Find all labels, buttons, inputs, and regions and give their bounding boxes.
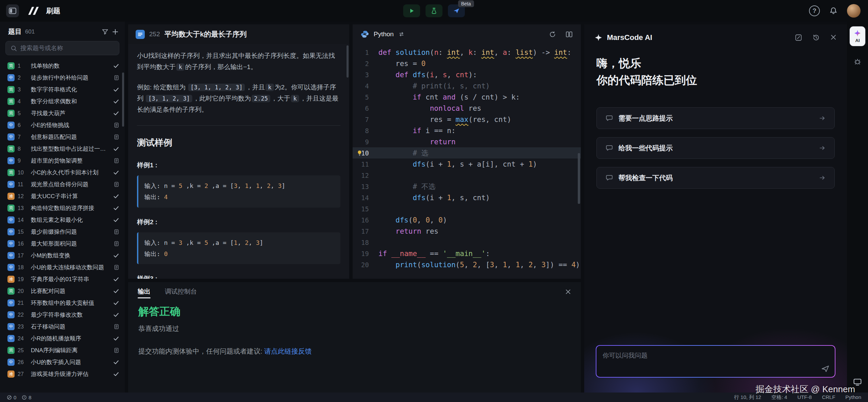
ai-input-box[interactable] (596, 345, 835, 378)
flask-icon (431, 7, 437, 14)
problem-list-item[interactable]: 简13构造特定数组的逆序拼接 (0, 202, 125, 214)
switch-language-icon[interactable] (398, 31, 405, 37)
problem-scrollbar[interactable] (347, 45, 349, 78)
problem-list: 简1找单独的数中2徒步旅行中的补给问题简3数字字符串格式化简4数字分组求偶数和简… (0, 60, 125, 393)
help-icon[interactable]: ? (809, 5, 820, 16)
problem-list-item[interactable]: 中14数组元素之和最小化 (0, 214, 125, 226)
problem-title: 最大矩形面积问题 (31, 240, 111, 248)
problem-body[interactable]: 小U找到这样的子序列，并且求出其中最长的子序列长度。如果无法找到平均数大于k的子… (128, 44, 349, 279)
warning-count[interactable]: 8 (22, 395, 31, 400)
code-area[interactable]: 1def solution(n: int, k: int, a: list) -… (353, 44, 581, 279)
avatar[interactable] (847, 4, 861, 18)
ai-panel-title: MarsCode AI (607, 33, 652, 42)
ai-suggestion-button[interactable]: 给我一些代码提示 (596, 137, 835, 159)
run-tests-button[interactable] (426, 4, 442, 17)
problem-title: 超市里的货物架调整 (31, 157, 111, 165)
problem-list-item[interactable]: 中16最大矩形面积问题 (0, 238, 125, 250)
filter-icon[interactable] (102, 28, 108, 35)
problem-list-item[interactable]: 中26小U的数字插入问题 (0, 356, 125, 368)
sidebar-scrollbar[interactable] (122, 72, 124, 127)
run-button[interactable] (403, 4, 420, 17)
problem-list-item[interactable]: 简8找出整型数组中占比超过一半的数 (0, 143, 125, 155)
problem-list-item[interactable]: 简5寻找最大葫芦 (0, 107, 125, 119)
problem-title: 石子移动问题 (31, 323, 111, 331)
add-problem-icon[interactable] (112, 28, 119, 35)
problem-list-item[interactable]: 中6小E的怪物挑战 (0, 119, 125, 131)
search-box[interactable] (5, 41, 119, 55)
ai-suggestion-button[interactable]: 帮我检查一下代码 (596, 167, 835, 189)
problem-doc-icon (136, 30, 145, 39)
error-count[interactable]: 0 (7, 395, 16, 400)
feedback-edit-icon[interactable] (795, 34, 802, 41)
feedback-link[interactable]: 请点此链接反馈 (264, 347, 312, 355)
code-line: 17 return res (353, 226, 581, 237)
sample-block: 输入: n = 3 ,k = 5 ,a = [1, 2, 3]输出: 0 (137, 232, 340, 265)
feedback-line: 提交功能内测体验中，任何问题或者建议: 请点此链接反馈 (138, 347, 571, 356)
problem-list-item[interactable]: 中24小R的随机播放顺序 (0, 333, 125, 344)
debug-bug-icon[interactable] (853, 58, 862, 66)
code-text: if cnt and (s / cnt) > k: (378, 93, 520, 101)
problem-list-item[interactable]: 简1找单独的数 (0, 60, 125, 72)
problem-title: 小U的数字插入问题 (31, 358, 110, 366)
problem-list-item[interactable]: 简20比赛配对问题 (0, 285, 125, 297)
code-line: 2 res = 0 (353, 58, 581, 69)
check-icon (113, 276, 119, 282)
problem-number: 19 (18, 276, 28, 282)
ai-suggestion-button[interactable]: 需要一点思路提示 (596, 107, 835, 129)
ai-tab-label: AI (855, 38, 860, 43)
problem-intro: 小U找到这样的子序列，并且求出其中最长的子序列长度。如果无法找到平均数大于k的子… (137, 50, 340, 73)
problem-list-item[interactable]: 难12最大UCC子串计算 (0, 190, 125, 202)
editor-scrollbar[interactable] (578, 153, 580, 204)
problem-list-item[interactable]: 中17小M的数组变换 (0, 250, 125, 261)
problem-list-item[interactable]: 中9超市里的货物架调整 (0, 155, 125, 167)
bell-icon[interactable] (829, 7, 837, 15)
send-icon[interactable] (821, 365, 829, 373)
reset-code-icon[interactable] (549, 31, 556, 38)
problem-list-item[interactable]: 中7创意标题匹配问题 (0, 131, 125, 143)
problem-list-item[interactable]: 中22最少字符串修改次数 (0, 309, 125, 321)
code-text: res = 0 (378, 60, 426, 68)
problem-list-item[interactable]: 简10小C的永久代币卡回本计划 (0, 167, 125, 178)
problem-list-item[interactable]: 难27游戏英雄升级潜力评估 (0, 368, 125, 380)
difficulty-badge: 简 (7, 347, 15, 354)
line-number: 5 (353, 93, 378, 101)
problem-number: 25 (18, 347, 28, 354)
right-toolbar: AI (847, 22, 868, 393)
document-icon (114, 134, 119, 140)
sidebar-toggle-icon (9, 7, 16, 15)
problem-number: 27 (18, 371, 28, 377)
line-number: 7 (353, 116, 378, 123)
problem-number: 6 (18, 122, 28, 128)
layout-columns-icon[interactable] (566, 31, 573, 38)
problem-list-item[interactable]: 中15最少前缀操作问题 (0, 226, 125, 238)
problem-title: 平均数大于k的最长子序列 (164, 29, 247, 39)
language-tab[interactable]: Python (374, 30, 394, 38)
problem-list-item[interactable]: 难19字典序最小的01字符串 (0, 273, 125, 285)
ai-assistant-tab[interactable]: AI (850, 26, 865, 46)
code-editor-panel: Python 1def soluti (353, 24, 581, 279)
problem-list-item[interactable]: 简3数字字符串格式化 (0, 84, 125, 96)
problem-list-item[interactable]: 简4数字分组求偶数和 (0, 96, 125, 107)
search-input[interactable] (20, 45, 114, 52)
suggestion-label: 给我一些代码提示 (618, 144, 673, 153)
lightbulb-icon[interactable] (357, 150, 362, 156)
submit-button[interactable]: Beta (448, 4, 465, 17)
history-icon[interactable] (812, 34, 820, 41)
ai-question-input[interactable] (596, 346, 835, 377)
output-tab-output[interactable]: 输出 (138, 282, 151, 301)
problem-list-item[interactable]: 简25DNA序列编辑距离 (0, 344, 125, 356)
code-text: nonlocal res (378, 104, 481, 112)
problem-number: 4 (18, 99, 28, 105)
problem-list-item[interactable]: 中11观光景点组合得分问题 (0, 178, 125, 190)
watermark: 掘金技术社区 @ Kennem (755, 383, 855, 395)
problem-list-item[interactable]: 中2徒步旅行中的补给问题 (0, 72, 125, 84)
output-tab-debug-console[interactable]: 调试控制台 (165, 282, 197, 301)
problem-list-item[interactable]: 中18小U的最大连续移动次数问题 (0, 261, 125, 273)
sidebar-toggle-button[interactable] (6, 4, 19, 17)
problem-list-item[interactable]: 中21环形数组中的最大贡献值 (0, 297, 125, 309)
close-output-icon[interactable] (565, 289, 571, 295)
close-icon[interactable] (830, 34, 837, 41)
problem-list-item[interactable]: 中23石子移动问题 (0, 321, 125, 333)
problem-title: 数组元素之和最小化 (31, 216, 110, 224)
line-number: 10 (353, 149, 378, 157)
